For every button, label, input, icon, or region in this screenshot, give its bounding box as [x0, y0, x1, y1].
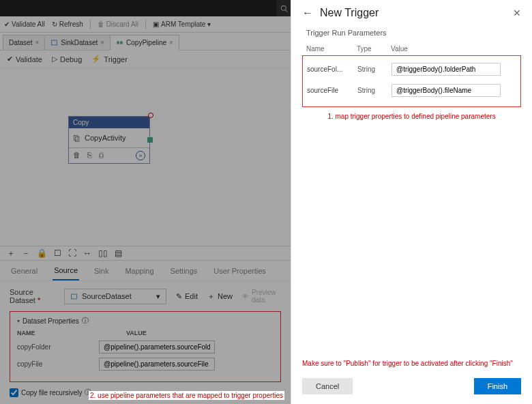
new-trigger-panel: ← New Trigger ✕ Trigger Run Parameters N… [291, 0, 532, 404]
tab-general[interactable]: General [10, 262, 39, 280]
close-icon[interactable]: × [100, 39, 104, 46]
clone-icon[interactable]: ⎘ [87, 151, 92, 160]
activity-name: CopyActivity [85, 134, 126, 142]
chevron-down-icon: ▾ [207, 20, 211, 28]
param-value-input[interactable] [391, 84, 501, 97]
close-icon[interactable]: × [169, 39, 173, 46]
validation-dot-icon [148, 113, 153, 118]
validate-all-button[interactable]: ✔ Validate All [4, 20, 45, 28]
debug-button[interactable]: ▷ Debug [52, 55, 82, 63]
layout2-icon[interactable]: ▤ [115, 248, 122, 258]
param-name: copyFile [17, 360, 85, 368]
panel-title: New Trigger [320, 7, 506, 19]
lock-icon[interactable]: 🔒 [37, 248, 47, 258]
param-name: copyFolder [17, 343, 85, 351]
param-name: sourceFile [307, 87, 357, 94]
discard-all-button[interactable]: 🗑 Discard All [98, 20, 138, 28]
validate-button[interactable]: ✔ Validate [7, 55, 42, 63]
col-type: Type [357, 45, 391, 53]
expand-icon[interactable]: » [136, 151, 145, 160]
close-icon[interactable]: × [35, 39, 39, 46]
svg-rect-6 [75, 136, 79, 141]
tab-user-properties[interactable]: User Properties [212, 262, 267, 280]
copy-icon [73, 134, 80, 142]
tab-sink[interactable]: Sink [93, 262, 110, 280]
refresh-button[interactable]: ↻ Refresh [52, 20, 83, 28]
preview-data-button[interactable]: 👁 Preview data [242, 289, 281, 304]
annotation-2: 2. use pipeline parameters that are mapp… [89, 391, 284, 400]
param-value-input[interactable] [391, 63, 501, 76]
param-name: sourceFol... [307, 66, 357, 73]
publish-note: Make sure to "Publish" for trigger to be… [291, 356, 532, 371]
svg-rect-5 [74, 135, 78, 140]
table-row: copyFile [17, 358, 274, 371]
zoom-in-icon[interactable]: ＋ [7, 248, 15, 259]
tab-mapping[interactable]: Mapping [123, 262, 155, 280]
dataset-properties-panel: Dataset Propertiesⓘ NAME VALUE copyFolde… [10, 311, 281, 382]
activity-header: Copy [69, 117, 149, 128]
pipeline-toolbar: ✔ Validate ▷ Debug ⚡ Trigger [0, 50, 291, 68]
tab-dataset[interactable]: Dataset× [3, 35, 45, 50]
finish-button[interactable]: Finish [474, 378, 521, 394]
layout1-icon[interactable]: ▯▯ [98, 248, 108, 258]
tab-copypipeline[interactable]: CopyPipeline× [110, 35, 179, 50]
tab-settings[interactable]: Settings [169, 262, 199, 280]
svg-line-1 [285, 10, 287, 12]
trigger-params-box: sourceFol... String sourceFile String [302, 55, 521, 107]
panel-subtitle: Trigger Run Parameters [291, 26, 532, 42]
param-value-input[interactable] [99, 358, 215, 371]
tab-sinkdataset[interactable]: SinkDataset× [44, 35, 110, 50]
chevron-down-icon: ▾ [156, 292, 160, 301]
tab-source[interactable]: Source [53, 261, 79, 280]
col-name: Name [306, 45, 357, 53]
source-dataset-label: Source Dataset * [10, 288, 55, 304]
zoom-out-icon[interactable]: － [22, 248, 30, 259]
table-row: sourceFol... String [307, 59, 516, 80]
param-type: String [357, 66, 391, 73]
svg-rect-7 [71, 294, 76, 299]
copy-recursively-label: Copy file recursively [21, 389, 82, 396]
pipeline-canvas[interactable]: Copy CopyActivity 🗑 ⎘ ⎙ » [0, 68, 291, 246]
svg-rect-4 [120, 41, 122, 44]
main-toolbar: ✔ Validate All ↻ Refresh 🗑 Discard All ▣… [0, 16, 291, 33]
svg-rect-2 [52, 40, 57, 45]
copy-recursively-checkbox[interactable] [10, 388, 18, 397]
table-row: copyFolder [17, 341, 274, 354]
fit-icon[interactable]: ☐ [54, 248, 61, 258]
source-dataset-dropdown[interactable]: SourceDataset ▾ [64, 289, 166, 304]
delete-icon[interactable]: 🗑 [73, 151, 80, 160]
fullscreen-icon[interactable]: ⛶ [68, 248, 76, 258]
annotation-1: 1. map trigger properties to defined pip… [291, 107, 532, 120]
svg-point-0 [281, 5, 286, 10]
close-button[interactable]: ✕ [513, 8, 521, 18]
autolayout-icon[interactable]: ↔ [83, 248, 91, 258]
canvas-controls: ＋ － 🔒 ☐ ⛶ ↔ ▯▯ ▤ [0, 246, 291, 261]
back-button[interactable]: ← [302, 7, 313, 19]
config-tabs: General Source Sink Mapping Settings Use… [0, 261, 291, 281]
svg-rect-3 [117, 41, 119, 44]
col-value: Value [391, 45, 408, 53]
search-icon[interactable] [277, 0, 291, 16]
copy-activity[interactable]: Copy CopyActivity 🗑 ⎘ ⎙ » [68, 116, 150, 164]
app-topbar [0, 0, 291, 16]
connector-icon [147, 137, 153, 143]
col-name: NAME [17, 330, 85, 336]
param-type: String [357, 87, 391, 94]
arm-template-button[interactable]: ▣ ARM Template ▾ [153, 20, 211, 28]
new-button[interactable]: ＋ New [207, 291, 233, 302]
info-icon[interactable]: ⓘ [82, 316, 89, 326]
param-value-input[interactable] [99, 341, 215, 354]
copy-icon[interactable]: ⎙ [99, 151, 104, 160]
col-value: VALUE [126, 330, 147, 336]
panel-title: Dataset Properties [23, 317, 79, 325]
table-row: sourceFile String [307, 80, 516, 101]
trigger-button[interactable]: ⚡ Trigger [91, 55, 127, 63]
document-tabs: Dataset× SinkDataset× CopyPipeline× [0, 33, 291, 50]
cancel-button[interactable]: Cancel [302, 378, 353, 394]
edit-button[interactable]: ✎ Edit [176, 292, 198, 301]
